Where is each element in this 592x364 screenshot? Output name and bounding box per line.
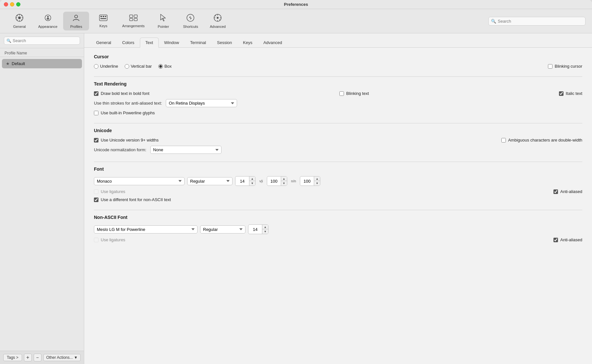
ambiguous-checkbox[interactable]: [501, 138, 506, 142]
cursor-box-radio[interactable]: [158, 64, 163, 69]
cursor-box[interactable]: Box: [158, 64, 172, 69]
italic-text-checkbox[interactable]: [559, 91, 564, 96]
font-size-increment[interactable]: ▲: [249, 176, 255, 181]
different-font-checkbox[interactable]: [94, 198, 98, 202]
italic-text-item[interactable]: Italic text: [559, 91, 582, 96]
ambiguous-item[interactable]: Ambiguous characters are double-width: [501, 138, 582, 142]
toolbar-item-keys[interactable]: Keys: [90, 12, 116, 30]
unicode-title: Unicode: [94, 128, 582, 133]
font-size-input[interactable]: [235, 177, 249, 185]
cursor-vertical-bar[interactable]: Vertical bar: [125, 64, 152, 69]
non-ascii-style-select[interactable]: Regular: [200, 225, 245, 233]
blinking-cursor-checkbox-item[interactable]: Blinking cursor: [548, 64, 582, 69]
content-area: Cursor Underline Vertical bar: [84, 48, 592, 364]
cursor-underline-radio[interactable]: [94, 64, 98, 69]
powerline-item[interactable]: Use built-in Powerline glyphs: [94, 110, 155, 115]
non-ascii-font-select[interactable]: Meslo LG M for Powerline: [94, 225, 198, 233]
tab-text[interactable]: Text: [140, 38, 159, 48]
maximize-button[interactable]: [16, 2, 20, 6]
non-ascii-anti-aliased-checkbox[interactable]: [553, 238, 558, 242]
draw-bold-checkbox[interactable]: [94, 91, 98, 96]
toolbar-item-shortcuts[interactable]: Shortcuts: [177, 12, 203, 30]
unicode-widths-item[interactable]: Use Unicode version 9+ widths: [94, 138, 159, 142]
sidebar-item-default[interactable]: ★ Default: [2, 59, 82, 68]
sidebar-search-input[interactable]: [4, 37, 80, 45]
font-row: Monaco Regular ▲ ▼: [94, 176, 582, 186]
cursor-row: Underline Vertical bar Box: [94, 64, 582, 69]
other-actions-dropdown[interactable]: Other Actions... ▼: [43, 354, 81, 361]
svg-rect-19: [130, 15, 133, 17]
powerline-checkbox[interactable]: [94, 111, 98, 115]
toolbar-item-pointer[interactable]: Pointer: [150, 12, 176, 30]
anti-aliased-item[interactable]: Anti-aliased: [553, 189, 582, 194]
cursor-section: Cursor Underline Vertical bar: [94, 54, 582, 69]
different-font-item[interactable]: Use a different font for non-ASCII text: [94, 197, 171, 202]
thin-strokes-select[interactable]: On Retina Displays: [166, 99, 237, 107]
non-ascii-ligatures-item[interactable]: Use ligatures: [94, 237, 125, 242]
h-spacing-decrement[interactable]: ▼: [281, 181, 287, 186]
sidebar-list-header: Profile Name: [0, 48, 84, 57]
profiles-icon: [72, 14, 80, 23]
thin-strokes-row: Use thin strokes for anti-aliased text: …: [94, 99, 582, 107]
add-profile-button[interactable]: +: [24, 354, 32, 361]
thin-strokes-label: Use thin strokes for anti-aliased text:: [94, 101, 162, 106]
toolbar-item-profiles[interactable]: Profiles: [63, 12, 89, 30]
toolbar-label-advanced: Advanced: [210, 25, 226, 28]
tab-general[interactable]: General: [91, 38, 117, 48]
font-title: Font: [94, 166, 582, 172]
toolbar-item-appearance[interactable]: Appearance: [34, 12, 62, 30]
v-spacing-increment[interactable]: ▲: [314, 176, 320, 181]
non-ascii-options-row: Use ligatures Anti-aliased: [94, 237, 582, 242]
non-ascii-size-decrement[interactable]: ▼: [262, 229, 268, 234]
shortcuts-icon: [186, 14, 195, 23]
font-size-decrement[interactable]: ▼: [249, 181, 255, 186]
v-spacing-decrement[interactable]: ▼: [314, 181, 320, 186]
anti-aliased-checkbox[interactable]: [553, 189, 558, 194]
h-spacing-input[interactable]: [267, 177, 281, 185]
non-ascii-size-increment[interactable]: ▲: [262, 225, 268, 229]
cursor-vertical-bar-radio[interactable]: [125, 64, 129, 69]
advanced-icon: [213, 14, 222, 23]
toolbar-item-arrangements[interactable]: Arrangements: [118, 12, 149, 30]
use-ligatures-checkbox[interactable]: [94, 189, 98, 194]
tab-colors[interactable]: Colors: [117, 38, 140, 48]
minimize-button[interactable]: [10, 2, 14, 6]
star-icon: ★: [6, 61, 10, 66]
svg-point-25: [217, 17, 219, 19]
keys-icon: [99, 14, 108, 23]
h-spacing-increment[interactable]: ▲: [281, 176, 287, 181]
toolbar-item-general[interactable]: General: [6, 12, 32, 30]
font-name-select[interactable]: Monaco: [94, 177, 185, 185]
use-ligatures-item[interactable]: Use ligatures: [94, 189, 125, 194]
non-ascii-size-input[interactable]: [248, 226, 262, 233]
draw-bold-item[interactable]: Draw bold text in bold font: [94, 91, 149, 96]
close-button[interactable]: [4, 2, 8, 6]
font-style-select[interactable]: Regular: [187, 177, 233, 185]
h-spacing-icon: v|i: [258, 179, 264, 183]
toolbar-label-arrangements: Arrangements: [122, 24, 144, 28]
svg-line-9: [17, 19, 18, 20]
blinking-cursor-checkbox[interactable]: [548, 64, 552, 69]
remove-profile-button[interactable]: −: [34, 354, 41, 361]
normalization-label: Unicode normalization form:: [94, 147, 146, 152]
tab-keys[interactable]: Keys: [237, 38, 258, 48]
blinking-text-item[interactable]: Blinking text: [339, 91, 369, 96]
non-ascii-ligatures-checkbox[interactable]: [94, 238, 98, 242]
tab-window[interactable]: Window: [159, 38, 185, 48]
svg-rect-15: [100, 16, 102, 17]
cursor-radio-group: Underline Vertical bar Box: [94, 64, 172, 69]
v-spacing-input[interactable]: [300, 177, 314, 185]
blinking-text-checkbox[interactable]: [339, 91, 344, 96]
unicode-widths-checkbox[interactable]: [94, 138, 98, 142]
toolbar-label-shortcuts: Shortcuts: [183, 25, 198, 28]
toolbar-item-advanced[interactable]: Advanced: [205, 12, 231, 30]
non-ascii-anti-aliased-item[interactable]: Anti-aliased: [553, 237, 582, 242]
powerline-row: Use built-in Powerline glyphs: [94, 110, 582, 115]
toolbar-search-input[interactable]: [488, 17, 586, 26]
normalization-select[interactable]: None: [150, 146, 222, 154]
tab-advanced[interactable]: Advanced: [258, 38, 288, 48]
tab-session[interactable]: Session: [211, 38, 237, 48]
tags-button[interactable]: Tags >: [3, 354, 22, 361]
cursor-underline[interactable]: Underline: [94, 64, 118, 69]
tab-terminal[interactable]: Terminal: [185, 38, 211, 48]
